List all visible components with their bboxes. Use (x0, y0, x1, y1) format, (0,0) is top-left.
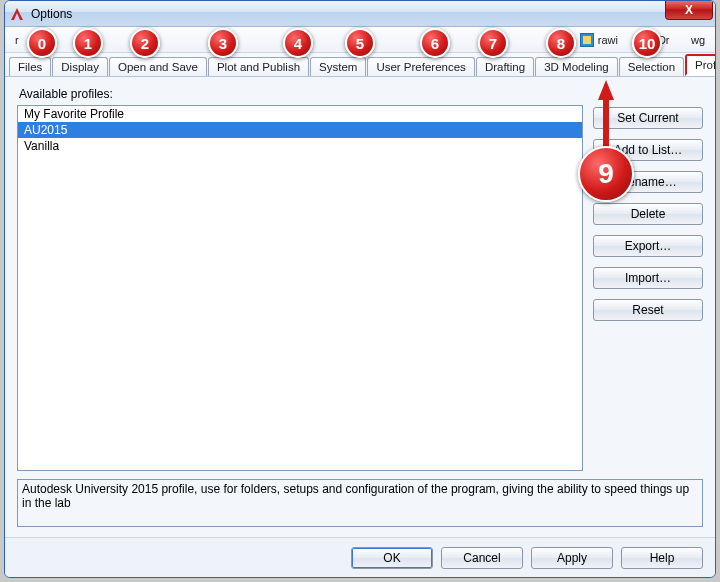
list-item-label: Vanilla (24, 139, 59, 153)
list-item[interactable]: Vanilla (18, 138, 582, 154)
tab-label: Selection (628, 61, 675, 73)
options-window: Options X r rawi Dr wg Files Display Ope… (4, 0, 716, 578)
tab-display[interactable]: Display (52, 57, 108, 76)
list-item-label: My Favorite Profile (24, 107, 124, 121)
import-button[interactable]: Import… (593, 267, 703, 289)
tab-user-preferences[interactable]: User Preferences (367, 57, 474, 76)
window-title: Options (31, 7, 72, 21)
set-current-button[interactable]: Set Current (593, 107, 703, 129)
profiles-panel: Available profiles: My Favorite Profile … (5, 77, 715, 537)
button-label: OK (383, 551, 400, 565)
tab-label: User Preferences (376, 61, 465, 73)
button-label: Help (650, 551, 675, 565)
current-profile-fragment: r (15, 34, 260, 46)
available-profiles-label: Available profiles: (19, 87, 703, 101)
cancel-button[interactable]: Cancel (441, 547, 523, 569)
tab-profiles[interactable]: Profiles (685, 54, 716, 76)
button-label: Import… (625, 271, 671, 285)
tab-label: System (319, 61, 357, 73)
tab-selection[interactable]: Selection (619, 57, 684, 76)
tab-row: Files Display Open and Save Plot and Pub… (5, 53, 715, 77)
close-icon: X (685, 3, 693, 17)
ok-button[interactable]: OK (351, 547, 433, 569)
current-drawing-name: Dr wg (658, 34, 705, 46)
button-label: Rename… (619, 175, 676, 189)
current-drawing-label: rawi (580, 33, 618, 47)
list-item[interactable]: My Favorite Profile (18, 106, 582, 122)
tab-files[interactable]: Files (9, 57, 51, 76)
delete-button[interactable]: Delete (593, 203, 703, 225)
dialog-footer: OK Cancel Apply Help (5, 537, 715, 577)
button-label: Add to List… (614, 143, 683, 157)
profiles-listbox[interactable]: My Favorite Profile AU2015 Vanilla (17, 105, 583, 471)
button-label: Delete (631, 207, 666, 221)
app-icon (9, 6, 25, 22)
tab-label: Display (61, 61, 99, 73)
button-label: Set Current (617, 111, 678, 125)
tab-plot-and-publish[interactable]: Plot and Publish (208, 57, 309, 76)
tab-label: Open and Save (118, 61, 198, 73)
profile-actions: Set Current Add to List… Rename… Delete … (593, 105, 703, 471)
titlebar: Options X (5, 1, 715, 27)
tab-label: Profiles (695, 59, 716, 71)
list-item-label: AU2015 (24, 123, 67, 137)
tab-drafting[interactable]: Drafting (476, 57, 534, 76)
apply-button[interactable]: Apply (531, 547, 613, 569)
tab-label: 3D Modeling (544, 61, 609, 73)
reset-button[interactable]: Reset (593, 299, 703, 321)
button-label: Apply (557, 551, 587, 565)
header-strip: r rawi Dr wg (5, 27, 715, 53)
drawing-icon (580, 33, 594, 47)
export-button[interactable]: Export… (593, 235, 703, 257)
tab-label: Drafting (485, 61, 525, 73)
list-item[interactable]: AU2015 (18, 122, 582, 138)
button-label: Export… (625, 239, 672, 253)
tab-system[interactable]: System (310, 57, 366, 76)
rename-button[interactable]: Rename… (593, 171, 703, 193)
tab-label: Plot and Publish (217, 61, 300, 73)
tab-3d-modeling[interactable]: 3D Modeling (535, 57, 618, 76)
button-label: Reset (632, 303, 663, 317)
tab-label: Files (18, 61, 42, 73)
close-button[interactable]: X (665, 0, 713, 20)
profile-description: Autodesk University 2015 profile, use fo… (17, 479, 703, 527)
help-button[interactable]: Help (621, 547, 703, 569)
tab-open-and-save[interactable]: Open and Save (109, 57, 207, 76)
add-to-list-button[interactable]: Add to List… (593, 139, 703, 161)
button-label: Cancel (463, 551, 500, 565)
